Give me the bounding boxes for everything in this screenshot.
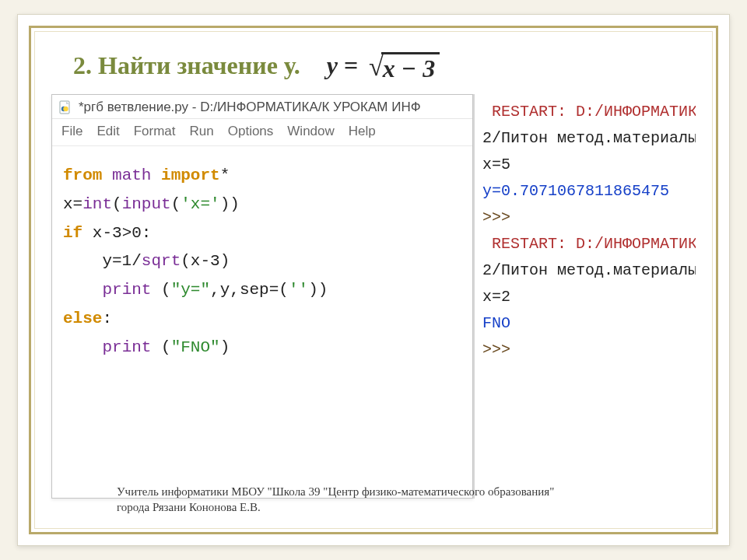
editor-titlebar: *ргб ветвление.ру - D:/ИНФОРМАТИКА/К УРО… bbox=[52, 95, 472, 119]
formula: y = √ x − 3 bbox=[327, 51, 440, 83]
editor-code-area[interactable]: from math import*x=int(input('x='))if x-… bbox=[52, 146, 472, 498]
shell-line: RESTART: D:/ИНФОРМАТИКА bbox=[482, 231, 693, 257]
footer-credit: Учитель информатики МБОУ "Школа 39 "Цент… bbox=[117, 484, 554, 516]
shell-line: x=5 bbox=[482, 152, 693, 178]
sqrt-symbol: √ x − 3 bbox=[369, 52, 440, 83]
editor-menubar[interactable]: FileEditFormatRunOptionsWindowHelp bbox=[52, 119, 472, 146]
task-text: Найти значение у. bbox=[98, 51, 300, 79]
shell-line: 2/Питон метод.материалы bbox=[482, 257, 693, 284]
shell-line: x=2 bbox=[482, 284, 693, 310]
shell-line: >>> bbox=[482, 205, 693, 231]
formula-rhs: x − 3 bbox=[381, 52, 440, 83]
menu-item-help[interactable]: Help bbox=[349, 124, 376, 139]
idle-editor-window: *ргб ветвление.ру - D:/ИНФОРМАТИКА/К УРО… bbox=[51, 94, 473, 499]
menu-item-file[interactable]: File bbox=[61, 124, 82, 139]
idle-shell-output: RESTART: D:/ИНФОРМАТИКА2/Питон метод.мат… bbox=[473, 94, 696, 499]
title-row: 2. Найти значение у. y = √ x − 3 bbox=[51, 51, 696, 83]
shell-line: FNO bbox=[482, 310, 693, 337]
shell-line: >>> bbox=[482, 337, 693, 363]
menu-item-format[interactable]: Format bbox=[134, 124, 176, 139]
shell-line: RESTART: D:/ИНФОРМАТИКА bbox=[482, 99, 693, 125]
shell-line: 2/Питон метод.материалы bbox=[482, 125, 693, 152]
slide: 2. Найти значение у. y = √ x − 3 bbox=[17, 14, 730, 546]
footer-line-1: Учитель информатики МБОУ "Школа 39 "Цент… bbox=[117, 484, 554, 499]
screenshots-row: *ргб ветвление.ру - D:/ИНФОРМАТИКА/К УРО… bbox=[51, 94, 696, 499]
radical-icon: √ bbox=[369, 54, 384, 80]
menu-item-window[interactable]: Window bbox=[287, 124, 334, 139]
task-title: 2. Найти значение у. bbox=[73, 51, 300, 80]
svg-point-2 bbox=[63, 107, 68, 111]
formula-lhs: y = bbox=[327, 51, 358, 80]
editor-window-title: *ргб ветвление.ру - D:/ИНФОРМАТИКА/К УРО… bbox=[79, 100, 421, 115]
menu-item-run[interactable]: Run bbox=[190, 124, 214, 139]
shell-line: y=0.7071067811865475 bbox=[482, 178, 693, 205]
task-number: 2. bbox=[73, 51, 92, 79]
python-file-icon bbox=[58, 100, 72, 114]
slide-inner: 2. Найти значение у. y = √ x − 3 bbox=[29, 26, 718, 534]
menu-item-edit[interactable]: Edit bbox=[96, 124, 119, 139]
footer-line-2: города Рязани Кононова Е.В. bbox=[117, 499, 554, 515]
menu-item-options[interactable]: Options bbox=[228, 124, 274, 139]
